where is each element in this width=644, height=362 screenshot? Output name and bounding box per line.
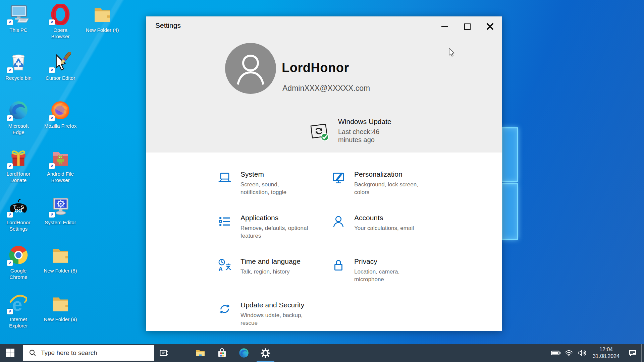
shortcut-arrow-icon [7, 67, 13, 73]
category-title: Personalization [354, 170, 423, 178]
update-security-icon [217, 301, 232, 317]
wallpaper-windows-logo-pane-bottom [501, 183, 518, 240]
category-subtitle: Screen, sound, notification, toggle [240, 181, 309, 196]
svg-text:A: A [218, 266, 223, 273]
settings-categories: System Screen, sound, notification, togg… [146, 153, 502, 331]
store-icon [217, 348, 227, 358]
desktop-icon-label: Recycle bin [2, 75, 35, 81]
shortcut-arrow-icon [49, 115, 55, 121]
taskbar: 12:04 31.08.2024 [0, 344, 644, 362]
windows-update-icon [309, 122, 332, 142]
desktop-icon-new-folder-8[interactable]: New Folder (8) [44, 245, 77, 274]
desktop-icon-label: New Folder (4) [86, 27, 119, 33]
desktop-icon-microsoft-edge[interactable]: Microsoft Edge [2, 100, 35, 135]
desktop-icon-new-folder-9[interactable]: New Folder (9) [44, 293, 77, 322]
category-privacy[interactable]: Privacy Location, camera, microphone [331, 257, 423, 283]
desktop-icon-new-folder-4[interactable]: New Folder (4) [86, 4, 119, 33]
wifi-tray-button[interactable] [563, 344, 575, 362]
category-applications[interactable]: Applications Remove, defaults, optional … [217, 214, 309, 240]
clock-date: 31.08.2024 [588, 353, 624, 360]
action-center-button[interactable] [624, 344, 641, 362]
windows-update-block[interactable]: Windows Update Last check:46 minutes ago [309, 116, 410, 150]
windows-update-status: Last check:46 minutes ago [338, 128, 392, 144]
shortcut-arrow-icon [7, 260, 13, 266]
settings-gear-icon [260, 348, 271, 358]
desktop-icon-internet-explorer[interactable]: e Internet Explorer [2, 293, 35, 329]
category-title: Applications [240, 214, 309, 222]
desktop-icon-recycle-bin[interactable]: Recycle bin [2, 52, 35, 81]
window-title: Settings [155, 21, 181, 29]
desktop-icon-system-editor[interactable]: System Editor [44, 196, 77, 226]
category-title: Time and language [240, 257, 301, 265]
shortcut-arrow-icon [49, 163, 55, 169]
taskbar-clock[interactable]: 12:04 31.08.2024 [588, 346, 624, 360]
desktop-icon-label: This PC [2, 27, 35, 33]
shortcut-arrow-icon [7, 309, 13, 314]
category-personalization[interactable]: Personalization Background, lock screen,… [331, 170, 423, 196]
category-time-language[interactable]: A Time and language Talk, region, histor… [217, 257, 301, 276]
volume-tray-button[interactable] [575, 344, 588, 362]
applications-icon [217, 214, 232, 230]
desktop-icon-label: LordHonor Settings [2, 219, 35, 232]
folder-icon [50, 245, 71, 265]
wallpaper-windows-logo-pane-top [501, 127, 518, 182]
desktop-icon-label: Microsoft Edge [2, 123, 35, 135]
shortcut-arrow-icon [49, 19, 55, 25]
time-language-icon: A [217, 258, 232, 273]
category-subtitle: Remove, defaults, optional features [240, 224, 309, 240]
wifi-icon [565, 350, 573, 356]
start-button[interactable] [2, 344, 18, 362]
maximize-button[interactable] [458, 19, 477, 34]
shortcut-arrow-icon [7, 19, 13, 25]
desktop-icon-lordhonor-settings[interactable]: T S LordHonor Settings [2, 196, 35, 232]
shortcut-arrow-icon [49, 67, 55, 73]
category-accounts[interactable]: Accounts Your calculations, email [331, 214, 414, 232]
desktop-icon-android-file-browser[interactable]: Android File Browser [44, 148, 77, 183]
desktop-icon-google-chrome[interactable]: Google Chrome [2, 245, 35, 280]
category-subtitle: Windows udate, backup, rescue [240, 311, 309, 327]
category-title: Update and Security [240, 301, 309, 309]
person-icon [225, 43, 276, 94]
file-explorer-icon [195, 348, 206, 358]
clock-time: 12:04 [588, 346, 624, 353]
settings-window: Settings LordHonor AdminXXX@XXXXX.com [146, 16, 502, 331]
search-icon [29, 349, 36, 357]
category-title: Privacy [354, 257, 423, 265]
folder-icon [50, 293, 71, 314]
user-name: LordHonor [282, 61, 349, 75]
desktop-icon-label: Mozilla Firefox [44, 123, 77, 129]
desktop-icon-lordhonor-donate[interactable]: LordHonor Donate [2, 148, 35, 183]
desktop-icon-label: New Folder (9) [44, 316, 77, 322]
notification-icon [628, 349, 637, 357]
desktop-icon-this-pc[interactable]: This PC [2, 4, 35, 33]
minimize-button[interactable] [435, 19, 454, 34]
windows-update-title: Windows Update [338, 118, 391, 126]
category-subtitle: Location, camera, microphone [354, 268, 423, 283]
category-system[interactable]: System Screen, sound, notification, togg… [217, 170, 309, 196]
close-button[interactable] [480, 19, 500, 34]
battery-tray-button[interactable] [549, 344, 563, 362]
desktop-icon-cursor-editor[interactable]: Cursor Editor [44, 52, 77, 81]
shortcut-arrow-icon [7, 163, 13, 169]
desktop-icon-label: Internet Explorer [2, 316, 35, 329]
accounts-icon [331, 214, 346, 230]
system-icon [217, 171, 232, 186]
taskbar-search[interactable] [23, 345, 154, 361]
taskbar-settings[interactable] [255, 344, 276, 362]
desktop-icon-label: Opera Browser [44, 27, 77, 40]
user-avatar[interactable] [225, 43, 276, 94]
desktop-icon-mozilla-firefox[interactable]: Mozilla Firefox [44, 100, 77, 129]
desktop-icon-label: Cursor Editor [44, 75, 77, 81]
category-subtitle: Background, lock screen, colors [354, 181, 423, 196]
taskbar-edge[interactable] [233, 344, 255, 362]
search-input[interactable] [40, 349, 154, 357]
battery-icon [551, 350, 561, 356]
category-update-security[interactable]: Update and Security Windows udate, backu… [217, 301, 309, 327]
edge-icon [238, 348, 249, 358]
taskbar-file-explorer[interactable] [189, 344, 211, 362]
mouse-cursor [447, 47, 455, 58]
desktop-icon-opera-browser[interactable]: Opera Browser [44, 4, 77, 40]
show-desktop-button[interactable] [641, 344, 644, 362]
task-view-button[interactable] [156, 344, 172, 362]
taskbar-store[interactable] [211, 344, 233, 362]
